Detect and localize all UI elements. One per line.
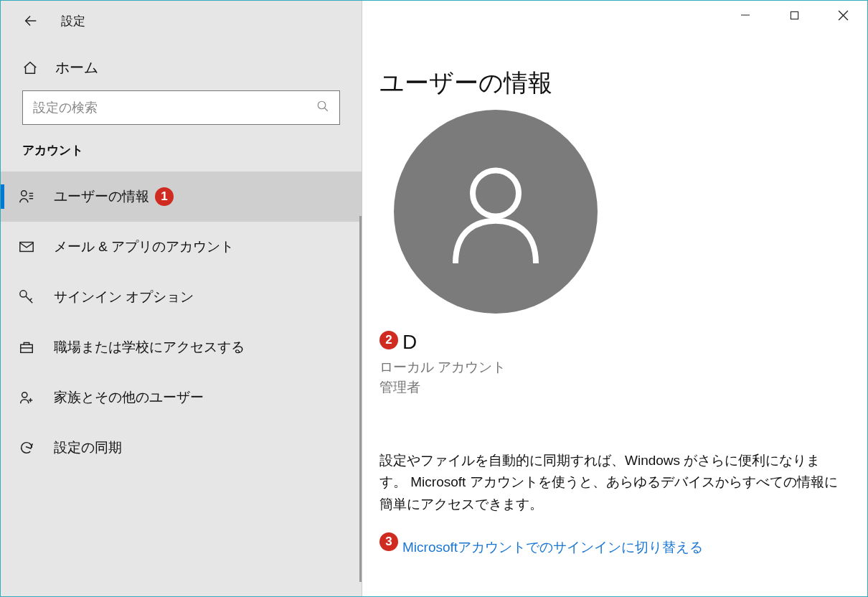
key-icon [18, 289, 35, 305]
svg-rect-11 [21, 344, 33, 352]
search-input[interactable] [33, 100, 316, 116]
window-maximize-button[interactable] [770, 1, 819, 29]
back-button[interactable] [21, 11, 41, 31]
svg-rect-17 [791, 11, 798, 19]
annotation-badge-3: 3 [379, 532, 398, 551]
user-info-icon [18, 189, 35, 205]
sync-description: 設定やファイルを自動的に同期すれば、Windows がさらに便利になります。 M… [379, 450, 839, 515]
app-title: 設定 [61, 13, 85, 29]
svg-point-1 [318, 101, 326, 109]
sidebar-home-label: ホーム [55, 58, 98, 77]
svg-line-9 [26, 296, 32, 303]
window-minimize-button[interactable] [721, 1, 770, 29]
sidebar-item-work-school[interactable]: 職場または学校にアクセスする [1, 322, 362, 372]
main-content: ユーザーの情報 2 D ローカル アカウント 管理者 設定やファイルを自動的に同… [362, 1, 867, 596]
sidebar-item-family-users[interactable]: 家族とその他のユーザー [1, 372, 362, 423]
svg-line-10 [30, 298, 32, 301]
sidebar-scrollbar[interactable] [359, 216, 362, 582]
briefcase-icon [18, 339, 35, 355]
sidebar-item-user-info[interactable]: ユーザーの情報 1 [1, 171, 362, 222]
sidebar-topbar: 設定 [1, 1, 362, 37]
search-box[interactable] [22, 90, 340, 125]
sidebar-item-label: 職場または学校にアクセスする [54, 338, 245, 357]
svg-point-13 [22, 392, 27, 398]
mail-icon [18, 239, 35, 255]
sidebar: 設定 ホーム アカウント [1, 1, 362, 596]
user-role: 管理者 [379, 378, 839, 397]
sidebar-item-label: サインイン オプション [54, 288, 194, 306]
sidebar-item-label: 設定の同期 [54, 438, 122, 457]
sidebar-item-label: メール & アプリのアカウント [54, 238, 234, 256]
search-icon [316, 100, 329, 116]
annotation-badge-2: 2 [379, 331, 398, 349]
add-user-icon [18, 390, 35, 405]
svg-point-3 [22, 191, 27, 196]
sidebar-item-signin-options[interactable]: サインイン オプション [1, 272, 362, 322]
svg-rect-7 [20, 243, 33, 252]
sidebar-home[interactable]: ホーム [1, 37, 362, 90]
account-type: ローカル アカウント [379, 358, 839, 377]
svg-point-8 [20, 291, 27, 297]
user-avatar [394, 110, 598, 314]
sidebar-item-sync-settings[interactable]: 設定の同期 [1, 423, 362, 473]
switch-to-ms-account-link[interactable]: Microsoftアカウントでのサインインに切り替える [402, 538, 703, 557]
sidebar-item-label: ユーザーの情報 [54, 187, 149, 206]
home-icon [22, 60, 39, 76]
sidebar-section-label: アカウント [1, 142, 362, 171]
svg-point-20 [473, 170, 519, 216]
page-title: ユーザーの情報 [379, 67, 839, 100]
sidebar-item-email-accounts[interactable]: メール & アプリのアカウント [1, 222, 362, 272]
user-name: D [402, 331, 417, 354]
annotation-badge-1: 1 [155, 187, 174, 206]
sync-icon [18, 440, 35, 456]
svg-line-2 [324, 108, 328, 111]
sidebar-item-label: 家族とその他のユーザー [54, 388, 204, 407]
window-close-button[interactable] [819, 1, 867, 29]
